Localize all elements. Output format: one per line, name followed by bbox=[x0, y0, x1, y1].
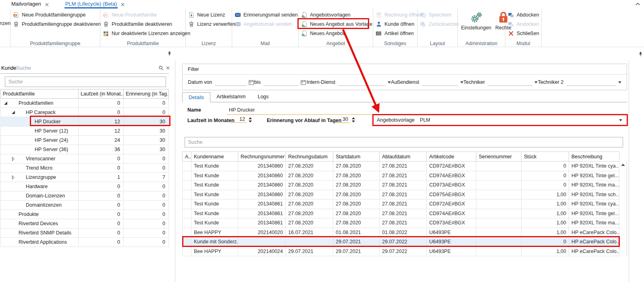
intern-dienst-dropdown[interactable] bbox=[338, 79, 386, 86]
zuruecksetzen-button[interactable]: Zurücksetzen bbox=[418, 19, 457, 29]
col-stueck[interactable]: Stück bbox=[521, 152, 569, 162]
speichern-button[interactable]: Speichern bbox=[418, 10, 457, 19]
scroll-up-icon[interactable] bbox=[621, 164, 625, 166]
tab-logs[interactable]: Logs bbox=[251, 92, 274, 102]
tree-row[interactable]: Domainlizenzen00 bbox=[1, 201, 169, 210]
nur-deaktivierte-lizenzen-button[interactable]: Nur deaktivierte Lizenzen anzeigen bbox=[100, 29, 185, 38]
neues-angebot-button[interactable]: Neues Angebot bbox=[299, 29, 373, 38]
produktfamiliengruppe-deaktivieren-button[interactable]: Produktfamiliengruppe deaktivieren bbox=[10, 19, 100, 29]
tab-details[interactable]: Details bbox=[182, 92, 210, 102]
tree-row[interactable]: HP Carepack00 bbox=[1, 108, 169, 117]
tree-row[interactable]: Riverbird SNMP Details00 bbox=[1, 228, 169, 238]
neues-angebot-aus-vorlage-button[interactable]: Neues Angebot aus Vorlage bbox=[299, 19, 373, 29]
laufzeit-value[interactable]: 12 bbox=[231, 116, 247, 123]
tree-row[interactable]: Lizenzgruppe17 bbox=[1, 173, 169, 182]
erinnerung-value[interactable]: 30 bbox=[334, 116, 350, 123]
tab-mailvorlagen[interactable]: Mailvorlagen bbox=[11, 0, 49, 9]
col-seriennummer[interactable]: Seriennummer bbox=[476, 152, 521, 162]
close-tab-icon[interactable] bbox=[120, 2, 125, 7]
neue-produktfamiliengruppe-button[interactable]: Neue Produktfamiliengruppe bbox=[10, 10, 100, 19]
table-row[interactable]: Test Kunde20134086127.08.202027.08.20202… bbox=[183, 209, 619, 218]
left-panel-tab-kunde[interactable]: Kunde bbox=[1, 65, 17, 71]
col-ablaufdatum[interactable]: Ablaufdatum bbox=[380, 152, 427, 162]
aussendienst-dropdown[interactable] bbox=[422, 79, 458, 86]
chevron-down-icon[interactable] bbox=[619, 119, 622, 121]
col-artikelcode[interactable]: Artikelcode bbox=[427, 152, 476, 162]
grid-search-input[interactable] bbox=[185, 137, 623, 147]
erinnerungsmail-senden-button[interactable]: Erinnerungsmail senden bbox=[232, 10, 298, 19]
tree-row[interactable]: Riverbird Applications00 bbox=[1, 238, 169, 247]
tree-row[interactable]: Hardware00 bbox=[1, 182, 169, 191]
calendar-icon[interactable] bbox=[300, 79, 306, 85]
calendar-icon[interactable] bbox=[248, 79, 254, 85]
col-rechnungsnummer[interactable]: Rechnungsnummer bbox=[238, 152, 286, 162]
table-row[interactable]: Test Kunde20134086027.08.202027.08.20202… bbox=[183, 171, 619, 180]
table-row[interactable]: Test Kunde20134086027.08.202027.08.20202… bbox=[183, 180, 619, 190]
tree-row-selected[interactable]: HP Drucker1230 bbox=[1, 117, 169, 126]
col-a[interactable]: A.. bbox=[183, 152, 191, 162]
angebotsmail-senden-button[interactable]: Angebotsmail senden bbox=[232, 19, 298, 29]
tree-row[interactable]: Virenscanner00 bbox=[1, 154, 169, 164]
chevron-down-icon[interactable] bbox=[534, 81, 538, 83]
tree-row[interactable]: Riverbird Devices00 bbox=[1, 219, 169, 228]
chevron-down-icon[interactable] bbox=[618, 81, 621, 83]
table-row[interactable]: Bee HAPPY20214002016.07.202101.08.202101… bbox=[183, 228, 619, 237]
lizenz-verwerfen-button[interactable]: Lizenz verwerfen bbox=[186, 19, 232, 29]
pin-icon[interactable] bbox=[638, 52, 643, 57]
schliessen-button[interactable]: Schließen bbox=[505, 29, 541, 38]
spinner-arrows-icon[interactable] bbox=[249, 117, 252, 122]
angebotsvorlage-dropdown[interactable]: Angebotsvorlage PLM bbox=[372, 114, 628, 126]
tree-row[interactable]: Domain-Lizenzen00 bbox=[1, 191, 169, 201]
kunde-oeffnen-button[interactable]: Kunde öffnen bbox=[373, 19, 417, 29]
table-row[interactable]: Test Kunde20134086127.08.202027.08.20202… bbox=[183, 218, 619, 228]
tab-artikelstamm[interactable]: Artikelstamm bbox=[210, 92, 251, 102]
spinner-arrows-icon[interactable] bbox=[352, 117, 355, 122]
tree-row[interactable]: HP Server (36)3630 bbox=[1, 145, 169, 154]
tab-plm-lifecycle[interactable]: PLM (Lifecycle) (Beta) bbox=[65, 0, 125, 9]
close-search-icon[interactable] bbox=[166, 66, 170, 70]
table-row[interactable]: Test Kunde20134086127.08.202027.08.20202… bbox=[183, 199, 619, 209]
techniker-2-dropdown[interactable] bbox=[566, 79, 616, 86]
table-row[interactable]: Bee HAPPY20214002429.07.202129.07.202129… bbox=[183, 247, 619, 256]
tree-col-erinnerung[interactable]: Erinnerung (in Tag... bbox=[124, 89, 169, 99]
bis-input[interactable] bbox=[264, 79, 299, 86]
col-rechnungsdatum[interactable]: Rechnungsdatum bbox=[286, 152, 333, 162]
expander-open-icon[interactable] bbox=[4, 101, 8, 105]
tree-col-produktfamilie[interactable]: Produktfamilie bbox=[1, 89, 79, 99]
chevron-down-icon[interactable] bbox=[460, 81, 463, 83]
name-value[interactable]: HP Drucker bbox=[229, 107, 255, 113]
tree-search-input[interactable] bbox=[5, 77, 166, 87]
techniker-dropdown[interactable] bbox=[488, 79, 532, 86]
rechnung-oeffnen-button[interactable]: Rechnung öffnen bbox=[373, 10, 417, 19]
col-beschreibung[interactable]: Beschreibung bbox=[569, 152, 619, 162]
tree-row[interactable]: Produkte00 bbox=[1, 210, 169, 219]
abdocken-button[interactable]: Abdocken bbox=[505, 10, 541, 19]
table-row[interactable]: Test Kunde20134086027.08.202027.08.20202… bbox=[183, 162, 619, 171]
neue-produktfamilie-button[interactable]: Neue Produktfamilie bbox=[100, 10, 185, 19]
tree-row[interactable]: HP Server (12)1230 bbox=[1, 126, 169, 136]
table-row-selected[interactable]: Kunde mit Sonderz...29.07.202129.07.2022… bbox=[183, 237, 619, 247]
tree-row[interactable]: HP Server (24)2430 bbox=[1, 136, 169, 145]
tree-row[interactable]: Produktfamilien00 bbox=[1, 99, 169, 108]
table-scrollbar[interactable] bbox=[619, 161, 627, 256]
datum-von-input[interactable] bbox=[215, 79, 246, 86]
neue-lizenz-button[interactable]: Neue Lizenz bbox=[186, 10, 232, 19]
einstellungen-button[interactable]: Einstellungen bbox=[461, 11, 491, 31]
ribbon-clipped-group[interactable]: nzen bbox=[0, 9, 10, 47]
expander-closed-icon[interactable] bbox=[11, 157, 15, 161]
andocken-button[interactable]: Andocken bbox=[505, 19, 541, 29]
angebotsvorlagen-button[interactable]: Angebotsvorlagen bbox=[299, 10, 373, 19]
expander-closed-icon[interactable] bbox=[11, 175, 15, 179]
table-row[interactable]: Test Kunde20134086027.08.202027.08.20202… bbox=[183, 190, 619, 199]
produktfamilie-deaktivieren-button[interactable]: Produktfamilie deaktivieren bbox=[100, 19, 185, 29]
panel-splitter[interactable] bbox=[175, 60, 175, 282]
expander-open-icon[interactable] bbox=[11, 110, 15, 114]
pin-icon[interactable] bbox=[167, 51, 172, 56]
chevron-down-icon[interactable] bbox=[388, 81, 391, 83]
close-tab-icon[interactable] bbox=[45, 2, 49, 7]
tree-col-laufzeit[interactable]: Laufzeit (in Monat... bbox=[79, 89, 124, 99]
collapse-ribbon-icon[interactable] bbox=[635, 1, 641, 7]
tree-row[interactable]: Trend Micro00 bbox=[1, 164, 169, 173]
col-kundenname[interactable]: Kundenname bbox=[191, 152, 238, 162]
left-panel-tab-suche[interactable]: Suche bbox=[16, 65, 31, 71]
